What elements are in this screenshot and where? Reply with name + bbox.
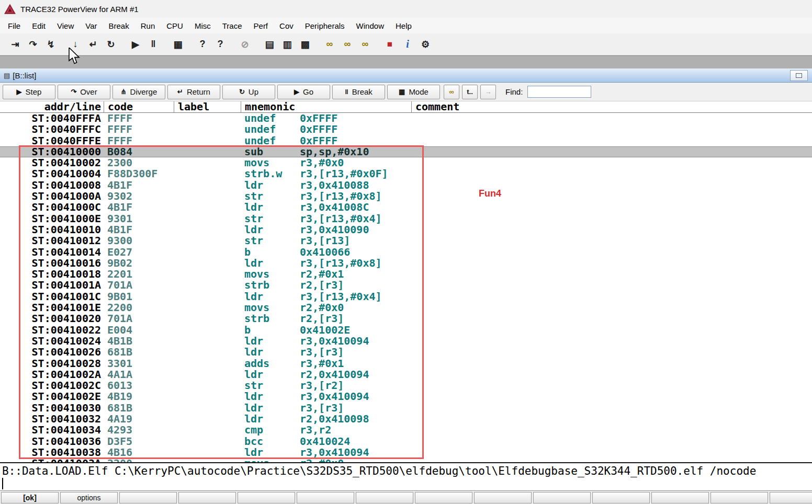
go-button[interactable]: ▶ (127, 37, 144, 52)
go-up-button[interactable]: ↻ (102, 37, 120, 52)
mode-button[interactable]: ▦Mode (387, 85, 440, 99)
disasm-row[interactable]: ST:00410038 4B16 ldr r3,0x410094 (0, 447, 812, 458)
softkey-empty[interactable] (119, 492, 177, 503)
stop-button[interactable]: ⊘ (236, 37, 254, 52)
softkey-empty[interactable] (238, 492, 295, 503)
disasm-row[interactable]: ST:0041001E 2200 movs r2,#0x0 (0, 302, 812, 313)
list-window-button[interactable]: ▤ (261, 37, 278, 52)
header-mnemonic[interactable]: mnemonic (241, 101, 411, 112)
go-button[interactable]: ▶Go (277, 85, 330, 99)
step-button[interactable]: ▶Step (3, 85, 55, 99)
diverge-button[interactable]: ⋔Diverge (112, 85, 165, 99)
menu-window[interactable]: Window (351, 18, 390, 33)
softkey-empty[interactable] (651, 492, 709, 503)
disasm-row[interactable]: ST:00410030 681B ldr r3,[r3] (0, 403, 812, 414)
up-button[interactable]: ↻Up (222, 85, 275, 99)
tools-button[interactable]: ⚙ (416, 37, 434, 52)
device-button[interactable]: ■ (381, 37, 399, 52)
minimize-button[interactable] (790, 70, 808, 81)
disasm-row[interactable]: ST:0041000E 9301 str r3,[r13,#0x4] (0, 213, 812, 224)
command-line-area[interactable]: B::Data.LOAD.Elf C:\KerryPC\autocode\Pra… (0, 462, 812, 490)
disasm-row[interactable]: ST:00410018 2201 movs r2,#0x1 (0, 269, 812, 280)
system-info-button[interactable]: i (399, 37, 416, 52)
disasm-row[interactable]: ST:0041000C 4B1F ldr r3,0x41008C (0, 202, 812, 213)
dump-window-button[interactable]: ▥ (278, 37, 296, 52)
find-input[interactable] (527, 86, 591, 98)
disasm-row[interactable]: ST:00410016 9B02 ldr r3,[r13,#0x8] (0, 258, 812, 269)
options-button[interactable]: options (60, 492, 118, 503)
disasm-row[interactable]: ST:0040FFFA FFFF undef 0xFFFF (0, 113, 812, 124)
disasm-row[interactable]: ST:00410026 681B ldr r3,[r3] (0, 347, 812, 358)
var-button[interactable]: ∞ (444, 85, 459, 99)
step-into-button[interactable]: ⇥ (6, 37, 24, 52)
header-comment[interactable]: comment (411, 101, 812, 112)
mode-button[interactable]: ▦ (169, 37, 187, 52)
menu-cov[interactable]: Cov (274, 18, 299, 33)
disasm-row[interactable]: ST:0041002A 4A1A ldr r2,0x410094 (0, 369, 812, 380)
disasm-row[interactable]: ST:00410012 9300 str r3,[r13] (0, 235, 812, 246)
disasm-row[interactable]: ST:0041001C 9B01 ldr r3,[r13,#0x4] (0, 291, 812, 302)
header-label[interactable]: label (174, 101, 241, 112)
return-button[interactable]: ↵Return (167, 85, 220, 99)
disasm-row[interactable]: ST:00410002 2300 movs r3,#0x0 (0, 157, 812, 168)
disasm-row[interactable]: ST:0041002E 4B19 ldr r3,0x410094 (0, 391, 812, 402)
menu-break[interactable]: Break (103, 18, 135, 33)
header-addr-line[interactable]: addr/line (0, 101, 104, 112)
break-button[interactable]: ‖ (144, 37, 162, 52)
row-code: 3301 (104, 358, 174, 369)
step-over-button[interactable]: ↷ (24, 37, 42, 52)
softkey-empty[interactable] (474, 492, 532, 503)
softkey-empty[interactable] (710, 492, 768, 503)
forward-button[interactable]: → (480, 85, 496, 99)
disasm-row[interactable]: ST:00410000 B084 sub sp,sp,#0x10 (0, 146, 812, 157)
disasm-row[interactable]: ST:00410010 4B1F ldr r3,0x410090 (0, 224, 812, 235)
step-return-button[interactable]: ↵ (84, 37, 102, 52)
ok-button[interactable]: [ok] (1, 492, 59, 503)
context-help-button[interactable]: ? (211, 37, 229, 52)
softkey-empty[interactable] (178, 492, 236, 503)
disasm-row[interactable]: ST:0041000A 9302 str r3,[r13,#0x8] (0, 191, 812, 202)
disasm-row[interactable]: ST:00410028 3301 adds r3,#0x1 (0, 358, 812, 369)
top-button[interactable]: t.. (462, 85, 478, 99)
disasm-row[interactable]: ST:00410024 4B1B ldr r3,0x410094 (0, 336, 812, 347)
var-watch-button[interactable]: ∞ (321, 37, 339, 52)
menu-perf[interactable]: Perf (248, 18, 274, 33)
menu-misc[interactable]: Misc (189, 18, 217, 33)
softkey-empty[interactable] (415, 492, 472, 503)
menu-peripherals[interactable]: Peripherals (299, 18, 351, 33)
var-local-button[interactable]: ∞ (356, 37, 374, 52)
disasm-row[interactable]: ST:00410036 D3F5 bcc 0x410024 (0, 436, 812, 447)
menu-cpu[interactable]: CPU (161, 18, 189, 33)
disasm-row[interactable]: ST:00410004 F88D300F strb.w r3,[r13,#0x0… (0, 168, 812, 179)
over-button[interactable]: ↷Over (58, 85, 110, 99)
menu-var[interactable]: Var (80, 18, 103, 33)
break-button[interactable]: ‖Break (332, 85, 385, 99)
disasm-row[interactable]: ST:00410034 4293 cmp r3,r2 (0, 425, 812, 436)
menu-view[interactable]: View (51, 18, 80, 33)
menu-help[interactable]: Help (390, 18, 418, 33)
softkey-empty[interactable] (297, 492, 354, 503)
menu-file[interactable]: File (2, 18, 26, 33)
header-code[interactable]: code (104, 101, 174, 112)
softkey-empty[interactable] (770, 492, 812, 503)
register-window-button[interactable]: ▩ (296, 37, 314, 52)
list-window-titlebar[interactable]: ▤ [B::list] (0, 68, 812, 83)
disasm-row[interactable]: ST:0041002C 6013 str r3,[r2] (0, 380, 812, 391)
disasm-row[interactable]: ST:0040FFFC FFFF undef 0xFFFF (0, 124, 812, 135)
menu-run[interactable]: Run (135, 18, 161, 33)
help-button[interactable]: ? (194, 37, 211, 52)
step-diverge-button[interactable]: ↯ (42, 37, 60, 52)
softkey-empty[interactable] (533, 492, 591, 503)
softkey-empty[interactable] (356, 492, 413, 503)
disasm-row[interactable]: ST:00410014 E027 b 0x410066 (0, 247, 812, 258)
disasm-row[interactable]: ST:00410008 4B1F ldr r3,0x410088 (0, 180, 812, 191)
disasm-row[interactable]: ST:00410022 E004 b 0x41002E (0, 325, 812, 336)
disasm-row[interactable]: ST:0041001A 701A strb r2,[r3] (0, 280, 812, 291)
menu-edit[interactable]: Edit (26, 18, 51, 33)
disasm-row[interactable]: ST:00410020 701A strb r2,[r3] (0, 313, 812, 324)
menu-trace[interactable]: Trace (217, 18, 248, 33)
var-view-button[interactable]: ∞ (339, 37, 356, 52)
softkey-empty[interactable] (592, 492, 650, 503)
disasm-row[interactable]: ST:0040FFFE FFFF undef 0xFFFF (0, 135, 812, 146)
disasm-row[interactable]: ST:00410032 4A19 ldr r2,0x410098 (0, 414, 812, 425)
